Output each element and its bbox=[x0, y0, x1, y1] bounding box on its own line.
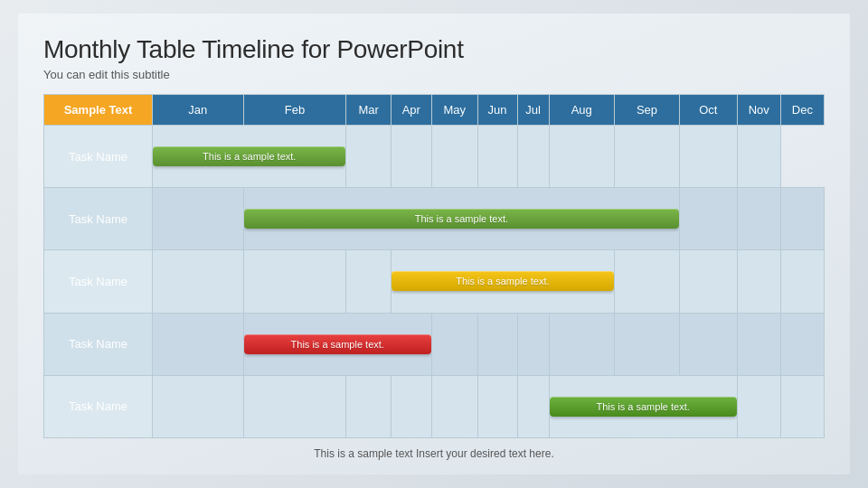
footer-text: This is a sample text Insert your desire… bbox=[43, 447, 825, 460]
task-bar-3[interactable]: This is a sample text. bbox=[392, 271, 614, 291]
empty-cell bbox=[391, 126, 431, 188]
header-feb: Feb bbox=[243, 95, 346, 126]
empty-cell bbox=[680, 313, 738, 375]
empty-cell bbox=[346, 250, 391, 313]
header-apr: Apr bbox=[391, 95, 431, 126]
header-sep: Sep bbox=[614, 95, 679, 126]
header-sample-text: Sample Text bbox=[44, 95, 153, 126]
slide: Monthly Table Timeline for PowerPoint Yo… bbox=[18, 14, 850, 474]
header-nov: Nov bbox=[737, 95, 780, 126]
empty-cell bbox=[614, 126, 679, 188]
empty-cell bbox=[517, 126, 549, 188]
timeline-table: Sample Text Jan Feb Mar Apr May Jun Jul … bbox=[43, 94, 825, 438]
table-row: Task Name This is a sample text. bbox=[44, 188, 825, 250]
empty-cell bbox=[614, 250, 679, 313]
empty-cell bbox=[346, 126, 391, 188]
empty-cell bbox=[680, 188, 738, 250]
task-label-4: Task Name bbox=[44, 313, 153, 375]
slide-title: Monthly Table Timeline for PowerPoint bbox=[43, 35, 825, 64]
empty-cell bbox=[737, 313, 780, 375]
table-row: Task Name This is a sample text. bbox=[44, 126, 825, 188]
task-bar-cell-3: This is a sample text. bbox=[391, 250, 614, 313]
empty-cell bbox=[517, 313, 549, 375]
task-bar-5[interactable]: This is a sample text. bbox=[550, 397, 737, 417]
header-row: Sample Text Jan Feb Mar Apr May Jun Jul … bbox=[44, 95, 825, 126]
empty-cell bbox=[477, 375, 517, 437]
task-bar-cell-2: This is a sample text. bbox=[243, 188, 679, 250]
empty-cell bbox=[153, 250, 244, 313]
header-oct: Oct bbox=[680, 95, 738, 126]
table-row: Task Name This is a sample text. bbox=[44, 375, 825, 437]
task-label-3: Task Name bbox=[44, 250, 153, 313]
empty-cell bbox=[431, 375, 477, 437]
header-jun: Jun bbox=[477, 95, 517, 126]
empty-cell bbox=[517, 375, 549, 437]
task-bar-cell-1: This is a sample text. bbox=[153, 126, 346, 188]
header-may: May bbox=[431, 95, 477, 126]
task-bar-cell-5: This is a sample text. bbox=[549, 375, 737, 437]
task-label-5: Task Name bbox=[44, 375, 153, 437]
empty-cell bbox=[549, 126, 614, 188]
task-bar-4[interactable]: This is a sample text. bbox=[244, 334, 431, 354]
empty-cell bbox=[549, 313, 614, 375]
empty-cell bbox=[737, 126, 780, 188]
table-row: Task Name This is a sample text. bbox=[44, 250, 825, 313]
empty-cell bbox=[243, 375, 346, 437]
header-jan: Jan bbox=[153, 95, 244, 126]
table-row: Task Name This is a sample text. bbox=[44, 313, 825, 375]
header-mar: Mar bbox=[346, 95, 391, 126]
empty-cell bbox=[737, 250, 780, 313]
header-dec: Dec bbox=[780, 95, 824, 126]
empty-cell bbox=[614, 313, 679, 375]
empty-cell bbox=[737, 375, 780, 437]
empty-cell bbox=[680, 250, 738, 313]
empty-cell bbox=[431, 313, 477, 375]
empty-cell bbox=[243, 250, 346, 313]
empty-cell bbox=[153, 313, 244, 375]
header-aug: Aug bbox=[549, 95, 614, 126]
empty-cell bbox=[780, 250, 824, 313]
empty-cell bbox=[431, 126, 477, 188]
slide-subtitle: You can edit this subtitle bbox=[43, 68, 825, 81]
empty-cell bbox=[477, 313, 517, 375]
task-bar-2[interactable]: This is a sample text. bbox=[244, 209, 679, 229]
empty-cell bbox=[477, 126, 517, 188]
header-jul: Jul bbox=[517, 95, 549, 126]
task-bar-cell-4: This is a sample text. bbox=[243, 313, 431, 375]
empty-cell bbox=[780, 188, 824, 250]
task-label-1: Task Name bbox=[44, 126, 153, 188]
empty-cell bbox=[780, 313, 824, 375]
empty-cell bbox=[346, 375, 391, 437]
empty-cell bbox=[391, 375, 431, 437]
empty-cell bbox=[153, 375, 244, 437]
empty-cell bbox=[680, 126, 738, 188]
empty-cell bbox=[780, 375, 824, 437]
empty-cell bbox=[153, 188, 244, 250]
task-bar-1[interactable]: This is a sample text. bbox=[153, 146, 345, 166]
empty-cell bbox=[737, 188, 780, 250]
task-label-2: Task Name bbox=[44, 188, 153, 250]
